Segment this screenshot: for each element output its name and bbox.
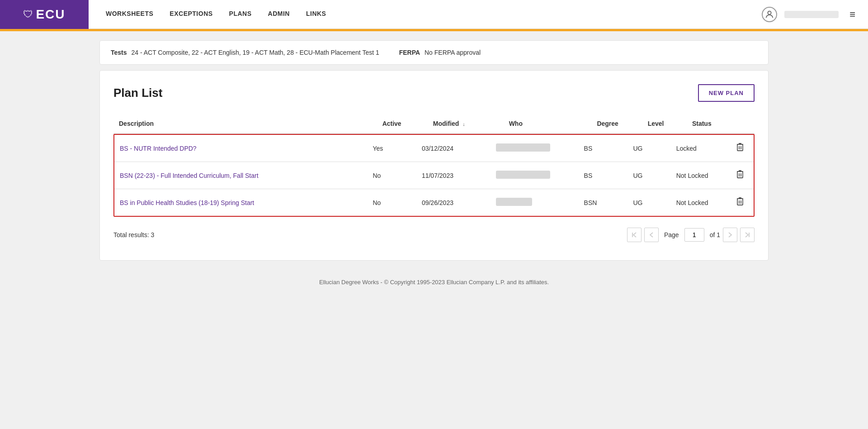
user-icon[interactable] — [762, 7, 777, 22]
svg-rect-1 — [737, 144, 743, 151]
col-status: Status — [687, 115, 744, 134]
plan-list-header: Plan List NEW PLAN — [113, 84, 755, 102]
plan-table: Description Active Modified ↓ Who Degree… — [113, 115, 755, 134]
modified-row1: 03/12/2024 — [416, 135, 491, 162]
info-bar: Tests 24 - ACT Composite, 22 - ACT Engli… — [99, 40, 769, 65]
of-total: of 1 — [710, 231, 720, 238]
total-results: Total results: 3 — [113, 231, 154, 238]
active-row1: Yes — [367, 135, 416, 162]
level-row3: UG — [627, 189, 670, 216]
degree-row1: BS — [579, 135, 628, 162]
svg-rect-4 — [737, 172, 743, 178]
nav-right: ≡ — [762, 7, 868, 22]
nav-admin[interactable]: ADMIN — [260, 0, 298, 29]
plan-table-body: BS - NUTR Intended DPD? Yes 03/12/2024 B… — [114, 135, 754, 216]
tests-value: 24 - ACT Composite, 22 - ACT English, 19… — [131, 49, 379, 56]
plan-list-title: Plan List — [113, 86, 162, 100]
ferpa-label: FERPA — [399, 49, 420, 56]
username-placeholder — [784, 11, 839, 18]
status-row2: Not Locked — [671, 162, 726, 189]
page-label: Page — [664, 231, 679, 238]
table-row: BSN (22-23) - Full Intended Curriculum, … — [114, 162, 754, 189]
col-degree: Degree — [591, 115, 642, 134]
total-results-label: Total results: — [113, 231, 149, 238]
tests-label: Tests — [111, 49, 127, 56]
svg-rect-7 — [737, 199, 743, 205]
who-redacted-row1 — [496, 143, 550, 152]
pagination-controls: Page of 1 — [627, 228, 755, 242]
col-modified[interactable]: Modified ↓ — [428, 115, 504, 134]
status-row3: Not Locked — [671, 189, 726, 216]
plan-link-row3[interactable]: BS in Public Health Studies (18-19) Spri… — [120, 199, 254, 206]
plan-table-bordered: BS - NUTR Intended DPD? Yes 03/12/2024 B… — [113, 134, 755, 217]
footer: Ellucian Degree Works - © Copyright 1995… — [99, 270, 769, 299]
col-who: Who — [504, 115, 592, 134]
new-plan-button[interactable]: NEW PLAN — [698, 84, 755, 102]
sort-arrow-icon: ↓ — [462, 121, 465, 127]
total-results-count: 3 — [151, 231, 154, 238]
modified-row3: 09/26/2023 — [416, 189, 491, 216]
prev-page-button[interactable] — [644, 228, 659, 242]
next-page-button[interactable] — [723, 228, 737, 242]
active-row2: No — [367, 162, 416, 189]
nav-links: WORKSHEETS EXCEPTIONS PLANS ADMIN LINKS — [89, 0, 762, 29]
nav-links-item[interactable]: LINKS — [298, 0, 335, 29]
who-redacted-row2 — [496, 171, 550, 179]
pagination-bar: Total results: 3 Page of 1 — [113, 228, 755, 242]
table-body: BS - NUTR Intended DPD? Yes 03/12/2024 B… — [114, 135, 754, 216]
plan-link-row2[interactable]: BSN (22-23) - Full Intended Curriculum, … — [120, 172, 259, 179]
col-active: Active — [377, 115, 428, 134]
svg-point-0 — [768, 11, 771, 14]
who-redacted-row3 — [496, 198, 532, 206]
modified-row2: 11/07/2023 — [416, 162, 491, 189]
gold-accent-bar — [0, 29, 868, 31]
logo: 🛡 ECU — [0, 0, 89, 29]
shield-icon: 🛡 — [23, 9, 33, 20]
plan-list-card: Plan List NEW PLAN Description Active Mo… — [99, 70, 769, 261]
plan-link-row1[interactable]: BS - NUTR Intended DPD? — [120, 145, 197, 152]
level-row1: UG — [627, 135, 670, 162]
table-header: Description Active Modified ↓ Who Degree… — [113, 115, 755, 134]
table-row: BS - NUTR Intended DPD? Yes 03/12/2024 B… — [114, 135, 754, 162]
page-content: Tests 24 - ACT Composite, 22 - ACT Engli… — [90, 40, 778, 299]
ferpa-value: No FERPA approval — [425, 49, 481, 56]
col-description: Description — [113, 115, 377, 134]
degree-row2: BS — [579, 162, 628, 189]
nav-worksheets[interactable]: WORKSHEETS — [98, 0, 161, 29]
delete-button-row2[interactable] — [732, 170, 748, 183]
level-row2: UG — [627, 162, 670, 189]
active-row3: No — [367, 189, 416, 216]
table-row: BS in Public Health Studies (18-19) Spri… — [114, 189, 754, 216]
nav-plans[interactable]: PLANS — [221, 0, 260, 29]
footer-text: Ellucian Degree Works - © Copyright 1995… — [319, 279, 549, 286]
nav-exceptions[interactable]: EXCEPTIONS — [161, 0, 221, 29]
first-page-button[interactable] — [627, 228, 642, 242]
main-navigation: 🛡 ECU WORKSHEETS EXCEPTIONS PLANS ADMIN … — [0, 0, 868, 29]
page-input[interactable] — [684, 228, 704, 242]
col-level: Level — [642, 115, 687, 134]
degree-row3: BSN — [579, 189, 628, 216]
delete-button-row3[interactable] — [732, 197, 748, 210]
hamburger-icon[interactable]: ≡ — [846, 9, 859, 20]
delete-button-row1[interactable] — [732, 143, 748, 156]
status-row1: Locked — [671, 135, 726, 162]
last-page-button[interactable] — [740, 228, 755, 242]
logo-text: ECU — [36, 7, 65, 22]
